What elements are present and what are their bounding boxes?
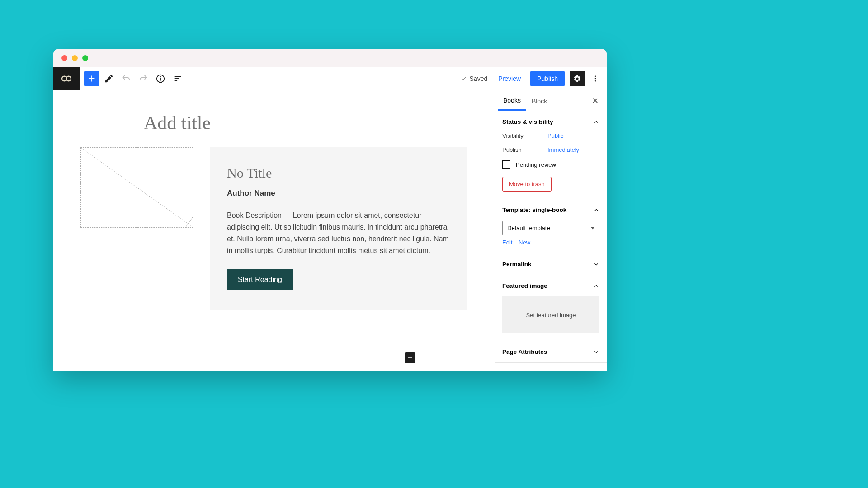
publish-value[interactable]: Immediately — [547, 146, 579, 153]
checkbox-icon — [502, 160, 510, 169]
row-publish: Publish Immediately — [502, 146, 599, 153]
card-description[interactable]: Book Description — Lorem ipsum dolor sit… — [227, 210, 450, 257]
chevron-up-icon — [593, 119, 599, 125]
panel-template: Template: single-book Default template E… — [495, 199, 607, 253]
template-select-value: Default template — [507, 225, 550, 231]
visibility-value[interactable]: Public — [547, 132, 563, 139]
sidebar-tabs: Books Block ✕ — [495, 90, 607, 111]
panel-page-attributes: Page Attributes — [495, 341, 607, 363]
chevron-up-icon — [593, 207, 599, 213]
svg-point-6 — [160, 76, 161, 77]
chevron-up-icon — [593, 283, 599, 289]
more-menu-button[interactable] — [588, 71, 603, 86]
panel-title: Status & visibility — [502, 118, 553, 125]
panel-title: Template: single-book — [502, 206, 566, 213]
card-title[interactable]: No Title — [227, 165, 450, 181]
editor-body: No Title Author Name Book Description — … — [53, 90, 607, 371]
toolbar-left — [80, 71, 190, 86]
tab-block[interactable]: Block — [526, 90, 552, 111]
add-block-button[interactable] — [84, 71, 99, 86]
panel-title: Permalink — [502, 261, 532, 267]
undo-button[interactable] — [118, 71, 134, 86]
card-author[interactable]: Author Name — [227, 189, 450, 198]
pending-review-label: Pending review — [516, 161, 556, 168]
preview-button[interactable]: Preview — [494, 71, 525, 86]
panel-header-template[interactable]: Template: single-book — [502, 206, 599, 213]
content-card: No Title Author Name Book Description — … — [210, 147, 467, 310]
panel-title: Page Attributes — [502, 348, 547, 355]
template-new-link[interactable]: New — [519, 239, 530, 246]
saved-label: Saved — [470, 75, 488, 82]
add-block-inline-button[interactable] — [405, 352, 415, 363]
tab-books[interactable]: Books — [498, 90, 526, 111]
settings-button[interactable] — [570, 71, 585, 86]
editor-canvas[interactable]: No Title Author Name Book Description — … — [53, 90, 495, 371]
pending-review-checkbox[interactable]: Pending review — [502, 160, 599, 169]
set-featured-image-button[interactable]: Set featured image — [502, 296, 599, 333]
outline-button[interactable] — [170, 71, 185, 86]
info-button[interactable] — [153, 71, 168, 86]
visibility-label: Visibility — [502, 132, 547, 139]
window-zoom-icon[interactable] — [82, 55, 88, 61]
publish-button[interactable]: Publish — [530, 71, 565, 86]
template-select[interactable]: Default template — [502, 221, 599, 235]
chevron-down-icon — [593, 261, 599, 267]
panel-featured-image: Featured image Set featured image — [495, 275, 607, 341]
content-columns: No Title Author Name Book Description — … — [80, 147, 467, 310]
svg-line-13 — [81, 148, 193, 227]
row-visibility: Visibility Public — [502, 132, 599, 139]
start-reading-button[interactable]: Start Reading — [227, 269, 293, 290]
settings-sidebar: Books Block ✕ Status & visibility Visibi… — [495, 90, 607, 371]
macos-titlebar — [53, 49, 607, 67]
editor-window: Saved Preview Publish No Title Author Na… — [53, 49, 607, 371]
window-minimize-icon[interactable] — [72, 55, 78, 61]
set-featured-image-label: Set featured image — [526, 312, 576, 319]
saved-status: Saved — [461, 75, 488, 82]
publish-label: Publish — [502, 146, 547, 153]
close-sidebar-button[interactable]: ✕ — [586, 90, 604, 111]
image-placeholder[interactable] — [80, 147, 193, 228]
panel-header-permalink[interactable]: Permalink — [502, 261, 599, 267]
site-logo[interactable] — [53, 67, 80, 90]
post-title-input[interactable] — [144, 112, 370, 134]
panel-header-page-attrs[interactable]: Page Attributes — [502, 348, 599, 355]
template-edit-link[interactable]: Edit — [502, 239, 512, 246]
panel-permalink: Permalink — [495, 253, 607, 275]
svg-point-12 — [595, 80, 596, 81]
move-to-trash-button[interactable]: Move to trash — [502, 177, 552, 192]
svg-point-11 — [595, 78, 596, 79]
redo-button[interactable] — [136, 71, 151, 86]
template-links: Edit New — [502, 239, 599, 246]
panel-title: Featured image — [502, 282, 547, 289]
panel-header-status[interactable]: Status & visibility — [502, 118, 599, 125]
chevron-down-icon — [593, 349, 599, 355]
svg-point-10 — [595, 75, 596, 77]
panel-header-featured[interactable]: Featured image — [502, 282, 599, 289]
panel-status-visibility: Status & visibility Visibility Public Pu… — [495, 111, 607, 199]
editor-topbar: Saved Preview Publish — [53, 67, 607, 90]
edit-mode-button[interactable] — [101, 71, 117, 86]
window-close-icon[interactable] — [61, 55, 67, 61]
